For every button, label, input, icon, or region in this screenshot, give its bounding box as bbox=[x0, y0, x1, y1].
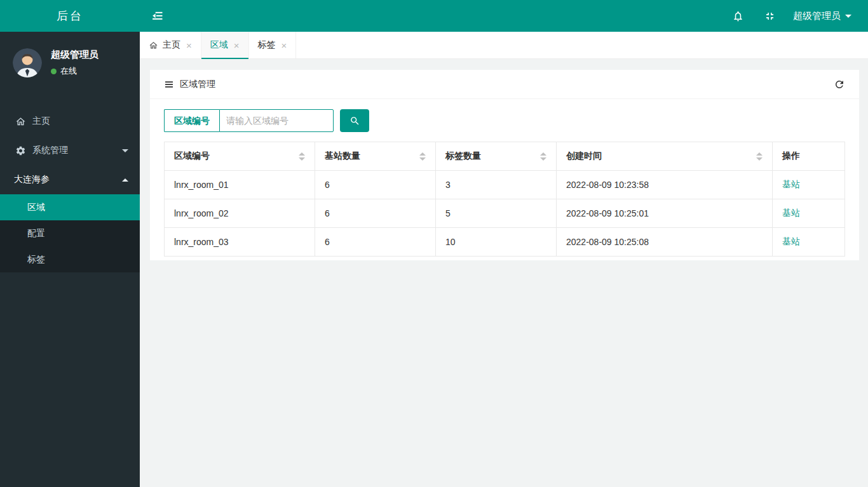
sidebar: 超级管理员 在线 主页 bbox=[0, 32, 140, 487]
chevron-up-icon bbox=[122, 178, 128, 182]
tab-label: 标签 bbox=[258, 39, 276, 51]
table-row: lnrx_room_02 6 5 2022-08-09 10:25:01 基站 bbox=[165, 199, 845, 228]
list-icon bbox=[164, 79, 174, 90]
home-icon bbox=[14, 116, 27, 127]
sort-icon bbox=[294, 152, 305, 161]
close-icon[interactable]: × bbox=[186, 41, 192, 50]
tab-bar: 主页 × 区域 × 标签 × bbox=[140, 32, 868, 59]
bell-icon[interactable] bbox=[729, 8, 746, 24]
column-header-stations[interactable]: 基站数量 bbox=[315, 142, 436, 171]
refresh-icon[interactable] bbox=[834, 79, 845, 90]
header-actions: 超级管理员 bbox=[714, 8, 868, 24]
table-row: lnrx_room_01 6 3 2022-08-09 10:23:58 基站 bbox=[165, 171, 845, 199]
column-label: 标签数量 bbox=[445, 150, 481, 162]
column-header-actions: 操作 bbox=[773, 142, 845, 171]
cell-region: lnrx_room_03 bbox=[165, 228, 315, 257]
search-field-label: 区域编号 bbox=[164, 109, 219, 132]
tab-tag[interactable]: 标签 × bbox=[249, 32, 297, 58]
sidebar-item-system[interactable]: 系统管理 bbox=[0, 136, 140, 165]
tab-region[interactable]: 区域 × bbox=[201, 32, 249, 58]
table-header-row: 区域编号 基站数量 标签数量 bbox=[165, 142, 845, 171]
close-icon[interactable]: × bbox=[281, 41, 287, 50]
column-header-region[interactable]: 区域编号 bbox=[165, 142, 315, 171]
search-button[interactable] bbox=[340, 109, 369, 132]
cell-region: lnrx_room_02 bbox=[165, 199, 315, 228]
column-header-tags[interactable]: 标签数量 bbox=[436, 142, 557, 171]
cell-tags: 10 bbox=[436, 228, 557, 257]
panel-header: 区域管理 bbox=[150, 70, 859, 99]
sidebar-toggle-icon[interactable] bbox=[149, 8, 166, 24]
cell-stations: 6 bbox=[315, 228, 436, 257]
sidebar-item-dalian[interactable]: 大连海参 bbox=[0, 165, 140, 194]
profile-name: 超级管理员 bbox=[51, 49, 98, 61]
online-status-dot bbox=[51, 69, 57, 74]
base-station-link[interactable]: 基站 bbox=[782, 236, 800, 246]
cell-created: 2022-08-09 10:23:58 bbox=[557, 171, 773, 199]
search-bar: 区域编号 bbox=[164, 109, 845, 132]
column-label: 基站数量 bbox=[325, 150, 360, 162]
base-station-link[interactable]: 基站 bbox=[782, 179, 800, 189]
region-code-input[interactable] bbox=[219, 109, 334, 132]
tab-home[interactable]: 主页 × bbox=[140, 32, 201, 58]
sort-icon bbox=[414, 152, 426, 161]
cell-tags: 5 bbox=[436, 199, 557, 228]
user-profile: 超级管理员 在线 bbox=[0, 32, 140, 94]
main-area: 主页 × 区域 × 标签 × bbox=[140, 32, 868, 487]
home-icon bbox=[149, 41, 158, 50]
column-label: 区域编号 bbox=[174, 150, 210, 162]
search-icon bbox=[349, 116, 360, 126]
sidebar-subitem-tag[interactable]: 标签 bbox=[0, 246, 140, 272]
sort-icon bbox=[535, 152, 546, 161]
region-table: 区域编号 基站数量 标签数量 bbox=[164, 142, 845, 257]
cell-created: 2022-08-09 10:25:08 bbox=[557, 228, 773, 257]
cell-stations: 6 bbox=[315, 199, 436, 228]
close-icon[interactable]: × bbox=[234, 41, 240, 50]
username: 超级管理员 bbox=[793, 10, 841, 22]
column-label: 操作 bbox=[782, 150, 800, 162]
sidebar-item-label: 大连海参 bbox=[14, 174, 50, 185]
chevron-down-icon bbox=[845, 15, 851, 18]
tab-label: 主页 bbox=[163, 39, 180, 51]
app-logo: 后台 bbox=[0, 8, 140, 23]
region-panel: 区域管理 区域编号 bbox=[150, 70, 859, 260]
tab-label: 区域 bbox=[210, 39, 228, 51]
sidebar-menu: 主页 系统管理 大连海参 区域 配置 标签 bbox=[0, 107, 140, 272]
sidebar-subitem-region[interactable]: 区域 bbox=[0, 194, 140, 220]
cell-created: 2022-08-09 10:25:01 bbox=[557, 199, 773, 228]
sidebar-item-label: 主页 bbox=[32, 116, 50, 127]
top-header: 后台 超级管理员 bbox=[0, 0, 868, 32]
sidebar-item-home[interactable]: 主页 bbox=[0, 107, 140, 136]
profile-status-label: 在线 bbox=[60, 65, 77, 77]
fullscreen-exit-icon[interactable] bbox=[761, 8, 778, 24]
sidebar-item-label: 系统管理 bbox=[32, 145, 68, 156]
column-label: 创建时间 bbox=[566, 150, 602, 162]
sidebar-submenu: 区域 配置 标签 bbox=[0, 194, 140, 272]
chevron-down-icon bbox=[122, 149, 128, 152]
base-station-link[interactable]: 基站 bbox=[782, 208, 800, 218]
cell-stations: 6 bbox=[315, 171, 436, 199]
table-row: lnrx_room_03 6 10 2022-08-09 10:25:08 基站 bbox=[165, 228, 845, 257]
sidebar-subitem-config[interactable]: 配置 bbox=[0, 220, 140, 246]
column-header-created[interactable]: 创建时间 bbox=[557, 142, 773, 171]
page-title: 区域管理 bbox=[180, 79, 215, 90]
cell-tags: 3 bbox=[436, 171, 557, 199]
panel-body: 区域编号 bbox=[150, 99, 859, 260]
gear-icon bbox=[14, 145, 27, 156]
sort-icon bbox=[751, 152, 763, 161]
page-content: 区域管理 区域编号 bbox=[140, 59, 868, 260]
user-dropdown[interactable]: 超级管理员 bbox=[793, 10, 851, 22]
cell-region: lnrx_room_01 bbox=[165, 171, 315, 199]
avatar bbox=[13, 48, 42, 77]
